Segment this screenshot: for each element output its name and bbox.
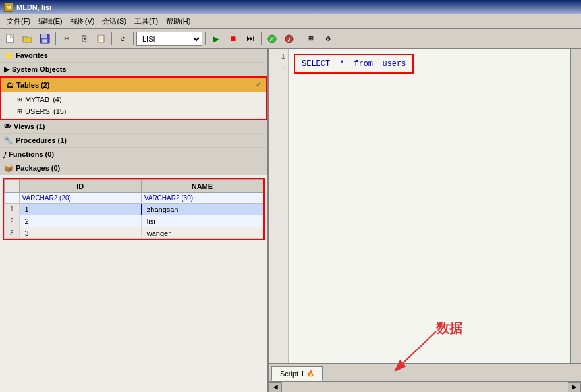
table-row[interactable]: 3 3 wanger — [5, 227, 263, 239]
menu-tools[interactable]: 工具(T) — [130, 15, 162, 28]
row-1-num: 1 — [5, 204, 20, 215]
table-row[interactable]: 1 1 zhangsan — [5, 204, 263, 215]
row-3-num: 3 — [5, 227, 20, 239]
row-1-name[interactable]: zhangsan — [141, 204, 263, 215]
tables-checkmark: ✓ — [256, 81, 261, 88]
toolbar-sep-5 — [261, 32, 262, 45]
line-number-1: 1 — [269, 51, 288, 62]
app-icon: M — [4, 3, 13, 12]
views-label: Views (1) — [14, 123, 45, 130]
options-button[interactable]: ⚙ — [320, 31, 336, 47]
step-button[interactable]: ⏭ — [242, 31, 258, 47]
menu-view[interactable]: 视图(V) — [67, 15, 99, 28]
system-objects-section: ▶ System Objects — [0, 63, 267, 76]
sql-table-name: users — [377, 59, 406, 69]
bottom-scrollbar[interactable]: ◀ ▶ — [269, 381, 581, 392]
sql-from-keyword: from — [354, 59, 373, 69]
toolbar-sep-1 — [55, 32, 56, 45]
svg-rect-3 — [42, 34, 47, 38]
save-button[interactable] — [37, 31, 53, 47]
copy-button[interactable]: ⎘ — [76, 31, 92, 47]
procedures-section: 🔧 Procedures (1) — [0, 134, 267, 148]
right-panel: 1 · SELECT * from users Script 1 � — [269, 49, 581, 392]
scroll-left-btn[interactable]: ◀ — [269, 382, 282, 393]
new-button[interactable] — [3, 31, 18, 47]
commit-button[interactable]: ✓ — [264, 31, 280, 47]
functions-section: 𝑓 Functions (0) — [0, 148, 267, 161]
results-table: ID NAME VARCHAR2 (20) VARCHAR2 (30) 1 1 — [4, 179, 263, 239]
cut-button[interactable]: ✂ — [59, 31, 74, 47]
mytab-count: (4) — [51, 96, 62, 103]
tab-script1-label: Script 1 — [280, 370, 304, 378]
menu-session[interactable]: 会话(S) — [98, 15, 130, 28]
menu-help[interactable]: 帮助(H) — [162, 15, 194, 28]
row-1-id[interactable]: 1 — [19, 204, 141, 215]
tabs-bar: Script 1 🔥 数据 — [269, 364, 581, 381]
run-button[interactable]: ▶ — [208, 31, 224, 47]
sidebar-bottom: 👁 Views (1) 🔧 Procedures (1) 𝑓 Functions… — [0, 120, 267, 392]
svg-rect-4 — [42, 39, 47, 43]
sql-editor[interactable]: 1 · SELECT * from users — [269, 49, 581, 364]
tables-label: Tables (2) — [16, 81, 50, 89]
title-bar: M MLDN, lisi — [0, 0, 581, 14]
id-type: VARCHAR2 (20) — [19, 193, 141, 204]
favorites-label: Favorites — [16, 51, 48, 59]
tables-highlight-box: 🗂 Tables (2) ✓ ⊞ MYTAB (4) ⊞ USERS (15) — [0, 76, 267, 120]
functions-header[interactable]: 𝑓 Functions (0) — [0, 148, 267, 161]
toolbar: ✂ ⎘ 📋 ↺ LISI ▶ ■ ⏭ ✓ ✗ ⊞ ⚙ — [0, 29, 581, 49]
row-3-name[interactable]: wanger — [141, 227, 263, 239]
tab-script1[interactable]: Script 1 🔥 — [271, 366, 323, 381]
table-row[interactable]: 2 2 lisi — [5, 215, 263, 227]
sql-select-keyword: SELECT — [302, 59, 330, 69]
paste-button[interactable]: 📋 — [93, 31, 109, 47]
row-2-name[interactable]: lisi — [141, 215, 263, 227]
views-header[interactable]: 👁 Views (1) — [0, 120, 267, 133]
sql-text: SELECT * from users — [302, 59, 406, 69]
table-item-users[interactable]: ⊞ USERS (15) — [1, 105, 266, 117]
functions-icon: 𝑓 — [4, 150, 6, 159]
users-expand-icon: ⊞ — [17, 108, 22, 115]
tree-container: ⊞ MYTAB (4) ⊞ USERS (15) — [1, 92, 266, 119]
tables-header[interactable]: 🗂 Tables (2) ✓ — [1, 78, 266, 92]
tab-script1-icon: 🔥 — [307, 370, 314, 377]
svg-text:✗: ✗ — [287, 36, 291, 43]
stop-button[interactable]: ■ — [225, 31, 241, 47]
packages-header[interactable]: 📦 Packages (0) — [0, 161, 267, 175]
users-name: USERS — [25, 107, 50, 115]
scroll-right-btn[interactable]: ▶ — [568, 382, 581, 393]
views-icon: 👁 — [4, 123, 11, 130]
favorites-header[interactable]: ⭐ Favorites — [0, 49, 267, 62]
packages-icon: 📦 — [4, 164, 13, 173]
svg-rect-0 — [7, 34, 13, 43]
menu-edit[interactable]: 编辑(E) — [34, 15, 67, 28]
mytab-name: MYTAB — [25, 96, 49, 103]
row-2-id[interactable]: 2 — [19, 215, 141, 227]
table-item-mytab[interactable]: ⊞ MYTAB (4) — [1, 94, 266, 105]
window-title: MLDN, lisi — [16, 3, 51, 11]
procedures-header[interactable]: 🔧 Procedures (1) — [0, 134, 267, 147]
packages-section: 📦 Packages (0) — [0, 161, 267, 175]
connection-dropdown[interactable]: LISI — [136, 32, 202, 46]
users-count: (15) — [51, 107, 67, 115]
editor-content[interactable]: SELECT * from users — [289, 49, 570, 363]
procedures-icon: 🔧 — [4, 136, 13, 145]
refresh-button[interactable]: ↺ — [115, 31, 130, 47]
sql-highlight-box: SELECT * from users — [294, 54, 414, 74]
mytab-expand-icon: ⊞ — [17, 96, 22, 103]
line-numbers: 1 · — [269, 49, 289, 363]
functions-label: Functions (0) — [9, 150, 54, 158]
open-button[interactable] — [20, 31, 36, 47]
toolbar-sep-3 — [133, 32, 134, 45]
sql-star: * — [335, 59, 349, 69]
menu-file[interactable]: 文件(F) — [3, 15, 34, 28]
row-3-id[interactable]: 3 — [19, 227, 141, 239]
type-row-empty — [5, 193, 20, 204]
procedures-label: Procedures (1) — [16, 136, 67, 144]
row-2-num: 2 — [5, 215, 20, 227]
name-type: VARCHAR2 (30) — [141, 193, 263, 204]
views-section: 👁 Views (1) — [0, 120, 267, 134]
window-button[interactable]: ⊞ — [303, 31, 319, 47]
rollback-button[interactable]: ✗ — [281, 31, 297, 47]
editor-scrollbar[interactable] — [570, 49, 581, 363]
system-objects-header[interactable]: ▶ System Objects — [0, 63, 267, 76]
